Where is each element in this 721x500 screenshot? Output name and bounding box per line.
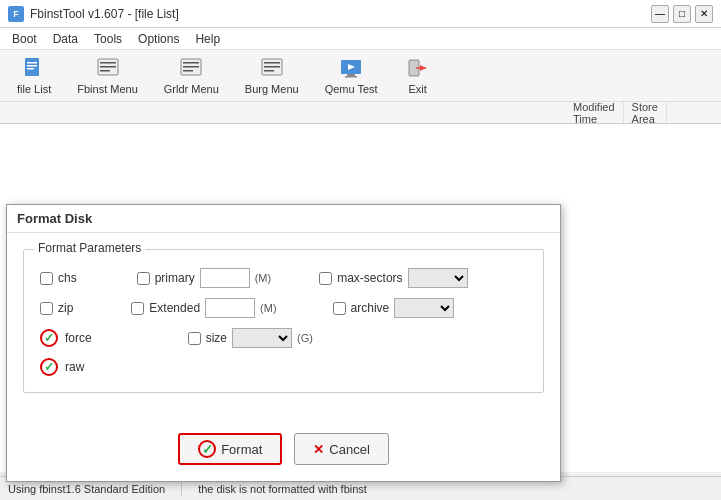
param-raw: raw — [40, 358, 84, 376]
menu-tools[interactable]: Tools — [86, 30, 130, 48]
fbinst-menu-icon — [96, 56, 120, 80]
label-primary: primary — [155, 271, 195, 285]
toolbar: file List Fbinst Menu Grldr Menu Burg Me… — [0, 50, 721, 102]
svg-rect-15 — [264, 70, 274, 72]
svg-rect-3 — [27, 68, 34, 70]
close-button[interactable]: ✕ — [695, 5, 713, 23]
format-check-icon: ✓ — [198, 440, 216, 458]
toolbar-exit-label: Exit — [408, 83, 426, 95]
svg-rect-0 — [25, 58, 39, 76]
format-button[interactable]: ✓ Format — [178, 433, 282, 465]
cancel-button-label: Cancel — [329, 442, 369, 457]
dialog-title: Format Disk — [17, 211, 92, 226]
cancel-x-icon: ✕ — [313, 442, 324, 457]
param-extended: Extended (M) — [131, 298, 276, 318]
select-max-sectors[interactable] — [408, 268, 468, 288]
group-title: Format Parameters — [34, 241, 145, 255]
param-archive: archive — [333, 298, 455, 318]
grldr-menu-icon — [179, 56, 203, 80]
status-divider — [181, 482, 182, 496]
toolbar-burg-menu[interactable]: Burg Menu — [234, 51, 310, 100]
svg-rect-18 — [345, 76, 357, 78]
label-max-sectors: max-sectors — [337, 271, 402, 285]
toolbar-qemu-test[interactable]: Qemu Test — [314, 51, 389, 100]
format-disk-dialog: Format Disk Format Parameters chs — [6, 204, 561, 482]
label-size: size — [206, 331, 227, 345]
menu-help[interactable]: Help — [187, 30, 228, 48]
svg-rect-13 — [264, 62, 280, 64]
param-max-sectors: max-sectors — [319, 268, 467, 288]
menu-options[interactable]: Options — [130, 30, 187, 48]
menu-bar: Boot Data Tools Options Help — [0, 28, 721, 50]
format-parameters-group: Format Parameters chs primary — [23, 249, 544, 393]
app-icon: F — [8, 6, 24, 22]
unit-size: (G) — [297, 332, 313, 344]
param-chs: chs — [40, 271, 77, 285]
checkbox-size[interactable] — [188, 332, 201, 345]
window-title: FbinstTool v1.607 - [file List] — [30, 7, 179, 21]
toolbar-grldr-menu[interactable]: Grldr Menu — [153, 51, 230, 100]
svg-rect-2 — [27, 65, 37, 67]
burg-menu-icon — [260, 56, 284, 80]
unit-extended: (M) — [260, 302, 277, 314]
checkbox-chs[interactable] — [40, 272, 53, 285]
title-bar-left: F FbinstTool v1.607 - [file List] — [8, 6, 179, 22]
select-size[interactable] — [232, 328, 292, 348]
checkbox-force[interactable] — [40, 329, 58, 347]
menu-boot[interactable]: Boot — [4, 30, 45, 48]
title-bar-controls: — □ ✕ — [651, 5, 713, 23]
col-modified-time: Modified Time — [565, 101, 624, 125]
minimize-button[interactable]: — — [651, 5, 669, 23]
toolbar-fbinst-menu[interactable]: Fbinst Menu — [66, 51, 149, 100]
cancel-button[interactable]: ✕ Cancel — [294, 433, 388, 465]
checkbox-max-sectors[interactable] — [319, 272, 332, 285]
toolbar-file-list-label: file List — [17, 83, 51, 95]
dialog-buttons: ✓ Format ✕ Cancel — [7, 425, 560, 481]
label-force: force — [65, 331, 92, 345]
param-size: size (G) — [188, 328, 313, 348]
select-archive[interactable] — [394, 298, 454, 318]
checkbox-zip[interactable] — [40, 302, 53, 315]
label-raw: raw — [65, 360, 84, 374]
toolbar-exit[interactable]: Exit — [393, 51, 443, 100]
checkbox-extended[interactable] — [131, 302, 144, 315]
exit-icon — [406, 56, 430, 80]
label-zip: zip — [58, 301, 73, 315]
qemu-test-icon — [339, 56, 363, 80]
toolbar-fbinst-menu-label: Fbinst Menu — [77, 83, 138, 95]
menu-data[interactable]: Data — [45, 30, 86, 48]
svg-rect-7 — [100, 70, 110, 72]
label-extended: Extended — [149, 301, 200, 315]
checkbox-archive[interactable] — [333, 302, 346, 315]
param-zip: zip — [40, 301, 73, 315]
label-chs: chs — [58, 271, 77, 285]
toolbar-grldr-menu-label: Grldr Menu — [164, 83, 219, 95]
toolbar-burg-menu-label: Burg Menu — [245, 83, 299, 95]
format-button-label: Format — [221, 442, 262, 457]
label-archive: archive — [351, 301, 390, 315]
param-primary: primary (M) — [137, 268, 272, 288]
checkbox-primary[interactable] — [137, 272, 150, 285]
svg-rect-10 — [183, 66, 199, 68]
column-headers: Modified Time Store Area — [0, 102, 721, 124]
svg-rect-5 — [100, 62, 116, 64]
input-primary[interactable] — [200, 268, 250, 288]
dialog-content: Format Parameters chs primary — [7, 233, 560, 425]
input-extended[interactable] — [205, 298, 255, 318]
dialog-titlebar: Format Disk — [7, 205, 560, 233]
toolbar-qemu-test-label: Qemu Test — [325, 83, 378, 95]
svg-rect-9 — [183, 62, 199, 64]
status-right: the disk is not formatted with fbinst — [198, 483, 367, 495]
svg-rect-11 — [183, 70, 193, 72]
toolbar-file-list[interactable]: file List — [6, 51, 62, 100]
svg-rect-14 — [264, 66, 280, 68]
svg-rect-17 — [347, 74, 355, 76]
maximize-button[interactable]: □ — [673, 5, 691, 23]
col-store-area: Store Area — [624, 101, 667, 125]
svg-rect-6 — [100, 66, 116, 68]
unit-primary: (M) — [255, 272, 272, 284]
status-left: Using fbinst1.6 Standard Edition — [8, 483, 165, 495]
svg-rect-1 — [27, 62, 37, 64]
checkbox-raw[interactable] — [40, 358, 58, 376]
file-list-icon — [22, 56, 46, 80]
